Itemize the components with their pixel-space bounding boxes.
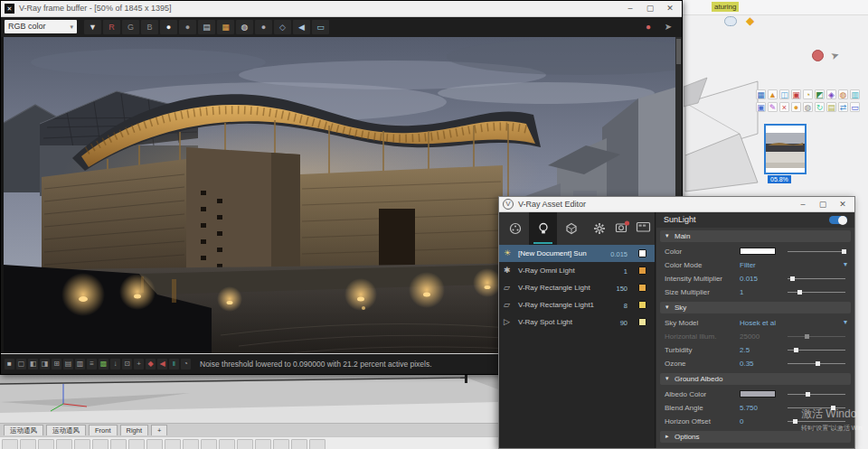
section-main[interactable]: ▾ Main ▾ bbox=[660, 230, 851, 242]
mini-toolbar-icon[interactable] bbox=[92, 439, 108, 449]
history-arrow-icon[interactable]: ◀ bbox=[293, 20, 310, 34]
mini-toolbar-icon[interactable] bbox=[165, 439, 181, 449]
param-slider[interactable] bbox=[788, 407, 845, 408]
light-color-swatch[interactable] bbox=[638, 267, 646, 275]
light-color-swatch[interactable] bbox=[638, 284, 646, 292]
tray-icon[interactable]: ▲ bbox=[768, 89, 778, 99]
tray-icon[interactable]: ◍ bbox=[803, 102, 813, 112]
mini-toolbar-icon[interactable] bbox=[273, 439, 289, 449]
teapot-icon[interactable]: ◍ bbox=[236, 20, 253, 34]
mini-toolbar-icon[interactable] bbox=[183, 439, 199, 449]
red-circle-tool-icon[interactable] bbox=[812, 50, 824, 61]
scene-tab-1[interactable]: 运动通风 bbox=[4, 425, 43, 435]
rows-icon[interactable]: ▤ bbox=[63, 359, 73, 369]
param-slider[interactable] bbox=[788, 251, 845, 252]
light-row-rectangle[interactable]: ▱ V-Ray Rectangle Light 150 bbox=[499, 279, 655, 296]
light-enabled-toggle[interactable] bbox=[829, 216, 847, 224]
light-color-swatch[interactable] bbox=[638, 249, 646, 257]
tab-geometry[interactable] bbox=[557, 212, 585, 245]
param-color-mode[interactable]: Color Mode Filter ▾ bbox=[656, 258, 854, 272]
param-slider[interactable] bbox=[788, 350, 845, 351]
section-options[interactable]: ▸ Options ▾ bbox=[660, 431, 851, 443]
half-right-icon[interactable]: ◨ bbox=[40, 359, 50, 369]
param-slider[interactable] bbox=[788, 292, 845, 293]
stop-icon[interactable]: ■ bbox=[5, 359, 14, 369]
tray-icon[interactable]: ◔ bbox=[803, 89, 813, 99]
tray-icon[interactable]: ▤ bbox=[826, 102, 836, 112]
follow-mouse-icon[interactable]: ➤ bbox=[660, 20, 676, 34]
param-slider[interactable] bbox=[788, 278, 845, 279]
tab-lights[interactable] bbox=[529, 212, 557, 245]
timer-icon[interactable]: ◔ bbox=[181, 359, 191, 369]
section-sky[interactable]: ▾ Sky ▾ bbox=[660, 302, 851, 313]
tray-icon[interactable]: ▥ bbox=[850, 89, 860, 99]
dropdown-triangle-icon[interactable]: ▼ bbox=[84, 20, 101, 34]
tray-icon[interactable]: ◩ bbox=[815, 89, 825, 99]
param-value[interactable]: 1 bbox=[740, 288, 743, 296]
mini-toolbar-icon[interactable] bbox=[309, 439, 326, 449]
color-swatch[interactable] bbox=[740, 248, 776, 255]
mini-toolbar-icon[interactable] bbox=[255, 439, 271, 449]
close-button[interactable]: ✕ bbox=[833, 197, 853, 212]
compare-icon[interactable]: ◇ bbox=[274, 20, 291, 34]
pixel-info-icon[interactable]: ⊡ bbox=[122, 359, 132, 369]
param-slider[interactable] bbox=[788, 394, 845, 395]
maximize-button[interactable]: ▢ bbox=[813, 197, 833, 212]
blue-channel-icon[interactable]: B bbox=[141, 20, 158, 34]
tray-icon[interactable]: ◫ bbox=[779, 89, 789, 99]
close-button[interactable]: ✕ bbox=[660, 1, 680, 16]
tray-icon[interactable]: ⇄ bbox=[838, 102, 848, 112]
section-ground-albedo[interactable]: ▾ Ground Albedo ▾ bbox=[660, 373, 851, 385]
denoise-icon[interactable]: ▩ bbox=[99, 359, 108, 369]
param-horizontal-illum[interactable]: Horizontal Illum. 25000 ▾ bbox=[656, 330, 854, 343]
param-albedo-color[interactable]: Albedo Color ▾ bbox=[656, 388, 854, 401]
tray-icon[interactable]: ▭ bbox=[850, 102, 860, 112]
param-value[interactable]: 5.750 bbox=[740, 404, 758, 412]
light-row-spot[interactable]: ▷ V-Ray Spot Light 90 bbox=[499, 313, 655, 331]
grid-icon[interactable]: ⊞ bbox=[52, 359, 61, 369]
param-size-multiplier[interactable]: Size Multiplier 1 ▾ bbox=[656, 285, 854, 299]
speech-bubble-icon[interactable] bbox=[724, 16, 737, 26]
param-sky-model[interactable]: Sky Model Hosek et al ▾ bbox=[656, 316, 854, 330]
mini-toolbar-icon[interactable] bbox=[291, 439, 307, 449]
scene-tab-front[interactable]: Front bbox=[89, 425, 118, 435]
mini-toolbar-icon[interactable] bbox=[201, 439, 217, 449]
diamond-icon[interactable]: ◆ bbox=[746, 15, 754, 27]
gray-sphere-icon[interactable]: ● bbox=[179, 20, 196, 34]
param-color[interactable]: Color ▾ bbox=[656, 245, 854, 258]
download-icon[interactable]: ↓ bbox=[110, 359, 120, 369]
param-value[interactable]: 25000 bbox=[740, 332, 760, 341]
light-row-rectangle1[interactable]: ▱ V-Ray Rectangle Light1 8 bbox=[499, 296, 655, 313]
mini-toolbar-icon[interactable] bbox=[128, 439, 145, 449]
asset-editor-titlebar[interactable]: V V-Ray Asset Editor – ▢ ✕ bbox=[499, 197, 854, 212]
param-turbidity[interactable]: Turbidity 2.5 ▾ bbox=[656, 343, 854, 357]
tray-icon[interactable]: ▦ bbox=[756, 89, 766, 99]
save-image-icon[interactable]: ▤ bbox=[198, 20, 215, 34]
param-slider[interactable] bbox=[788, 363, 845, 364]
list-icon[interactable]: ≡ bbox=[87, 359, 97, 369]
mini-toolbar-icon[interactable] bbox=[74, 439, 90, 449]
sketchup-viewport[interactable] bbox=[0, 375, 498, 423]
scene-tab-2[interactable]: 运动通风 bbox=[46, 425, 86, 435]
marker-icon[interactable]: ◆ bbox=[146, 359, 156, 369]
tab-settings[interactable] bbox=[585, 212, 613, 245]
tray-icon[interactable]: ✎ bbox=[768, 102, 778, 112]
param-value[interactable]: 0 bbox=[740, 417, 743, 426]
mini-toolbar-icon[interactable] bbox=[56, 439, 72, 449]
maximize-button[interactable]: ▢ bbox=[640, 1, 660, 16]
param-value[interactable]: 0.35 bbox=[740, 360, 754, 368]
light-color-swatch[interactable] bbox=[638, 318, 646, 326]
render-button[interactable] bbox=[615, 220, 630, 238]
tray-icon[interactable]: ▣ bbox=[791, 89, 801, 99]
light-row-omni[interactable]: ✱ V-Ray Omni Light 1 bbox=[499, 262, 655, 279]
vfb-titlebar[interactable]: ✕ V-Ray frame buffer - [50% of 1845 x 13… bbox=[1, 1, 682, 17]
light-row-sun[interactable]: ☀ [New Document] Sun 0.015 bbox=[499, 245, 655, 262]
tray-icon[interactable]: ↻ bbox=[815, 102, 825, 112]
param-horizon-offset[interactable]: Horizon Offset 0 ▾ bbox=[656, 415, 854, 428]
region-icon[interactable]: ▢ bbox=[16, 359, 26, 369]
param-intensity-multiplier[interactable]: Intensity Multiplier 0.015 ▾ bbox=[656, 272, 854, 285]
param-value[interactable]: Hosek et al bbox=[740, 319, 776, 327]
sphere-icon[interactable]: ● bbox=[255, 20, 272, 34]
param-value[interactable]: 2.5 bbox=[740, 346, 750, 354]
light-color-swatch[interactable] bbox=[638, 301, 646, 309]
